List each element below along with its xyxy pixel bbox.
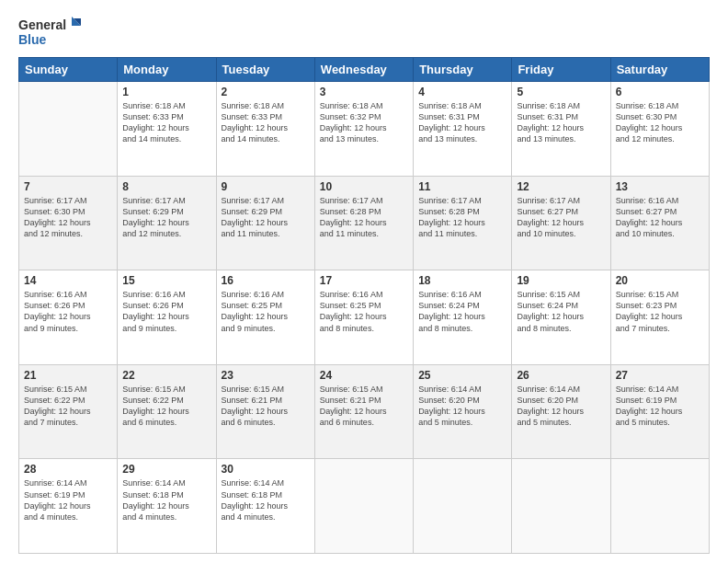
day-number: 5 [517, 86, 605, 98]
calendar-cell [414, 459, 512, 554]
cell-content: Sunrise: 6:15 AMSunset: 6:22 PMDaylight:… [122, 384, 210, 429]
calendar-week-row: 21Sunrise: 6:15 AMSunset: 6:22 PMDayligh… [19, 364, 710, 459]
weekday-header-saturday: Saturday [610, 58, 709, 82]
day-number: 3 [320, 86, 408, 98]
day-number: 28 [24, 463, 112, 476]
day-number: 9 [222, 180, 310, 193]
day-number: 21 [24, 369, 112, 382]
cell-content: Sunrise: 6:14 AMSunset: 6:19 PMDaylight:… [616, 384, 704, 429]
svg-text:General: General [18, 17, 66, 32]
weekday-header-wednesday: Wednesday [314, 58, 413, 82]
day-number: 16 [222, 274, 310, 287]
calendar-table: SundayMondayTuesdayWednesdayThursdayFrid… [18, 57, 710, 554]
day-number: 19 [517, 274, 605, 287]
cell-content: Sunrise: 6:17 AMSunset: 6:29 PMDaylight:… [222, 195, 310, 240]
calendar-cell: 20Sunrise: 6:15 AMSunset: 6:23 PMDayligh… [610, 270, 709, 365]
cell-content: Sunrise: 6:18 AMSunset: 6:33 PMDaylight:… [222, 100, 310, 145]
cell-content: Sunrise: 6:16 AMSunset: 6:26 PMDaylight:… [24, 289, 112, 334]
calendar-cell: 13Sunrise: 6:16 AMSunset: 6:27 PMDayligh… [610, 176, 709, 270]
calendar-cell: 27Sunrise: 6:14 AMSunset: 6:19 PMDayligh… [610, 364, 709, 459]
cell-content: Sunrise: 6:14 AMSunset: 6:18 PMDaylight:… [122, 477, 210, 523]
calendar-cell: 5Sunrise: 6:18 AMSunset: 6:31 PMDaylight… [512, 82, 610, 177]
day-number: 18 [418, 274, 506, 287]
calendar-cell: 2Sunrise: 6:18 AMSunset: 6:33 PMDaylight… [216, 82, 314, 177]
calendar-cell [610, 459, 709, 554]
weekday-header-tuesday: Tuesday [216, 58, 314, 82]
calendar-cell: 26Sunrise: 6:14 AMSunset: 6:20 PMDayligh… [512, 364, 610, 459]
calendar-cell: 22Sunrise: 6:15 AMSunset: 6:22 PMDayligh… [118, 364, 216, 459]
calendar-cell: 7Sunrise: 6:17 AMSunset: 6:30 PMDaylight… [19, 176, 118, 270]
cell-content: Sunrise: 6:17 AMSunset: 6:30 PMDaylight:… [24, 195, 112, 240]
cell-content: Sunrise: 6:18 AMSunset: 6:31 PMDaylight:… [517, 100, 605, 145]
calendar-week-row: 14Sunrise: 6:16 AMSunset: 6:26 PMDayligh… [19, 270, 710, 365]
day-number: 2 [222, 86, 310, 98]
calendar-cell: 10Sunrise: 6:17 AMSunset: 6:28 PMDayligh… [314, 176, 413, 270]
calendar-cell: 18Sunrise: 6:16 AMSunset: 6:24 PMDayligh… [414, 270, 512, 365]
day-number: 4 [418, 86, 506, 98]
day-number: 29 [122, 463, 210, 476]
calendar-cell: 23Sunrise: 6:15 AMSunset: 6:21 PMDayligh… [216, 364, 314, 459]
svg-text:Blue: Blue [18, 32, 47, 47]
cell-content: Sunrise: 6:18 AMSunset: 6:33 PMDaylight:… [122, 100, 210, 145]
calendar-cell: 11Sunrise: 6:17 AMSunset: 6:28 PMDayligh… [414, 176, 512, 270]
cell-content: Sunrise: 6:18 AMSunset: 6:32 PMDaylight:… [320, 100, 408, 145]
day-number: 20 [616, 274, 704, 287]
calendar-cell: 24Sunrise: 6:15 AMSunset: 6:21 PMDayligh… [314, 364, 413, 459]
calendar-week-row: 1Sunrise: 6:18 AMSunset: 6:33 PMDaylight… [19, 82, 710, 177]
cell-content: Sunrise: 6:15 AMSunset: 6:22 PMDaylight:… [24, 384, 112, 429]
day-number: 24 [320, 369, 408, 382]
calendar-cell: 30Sunrise: 6:14 AMSunset: 6:18 PMDayligh… [216, 459, 314, 554]
calendar-week-row: 7Sunrise: 6:17 AMSunset: 6:30 PMDaylight… [19, 176, 710, 270]
cell-content: Sunrise: 6:16 AMSunset: 6:24 PMDaylight:… [418, 289, 506, 334]
calendar-cell: 17Sunrise: 6:16 AMSunset: 6:25 PMDayligh… [314, 270, 413, 365]
calendar-cell: 1Sunrise: 6:18 AMSunset: 6:33 PMDaylight… [118, 82, 216, 177]
day-number: 30 [222, 463, 310, 476]
cell-content: Sunrise: 6:15 AMSunset: 6:24 PMDaylight:… [517, 289, 605, 334]
calendar-cell: 4Sunrise: 6:18 AMSunset: 6:31 PMDaylight… [414, 82, 512, 177]
calendar-week-row: 28Sunrise: 6:14 AMSunset: 6:19 PMDayligh… [19, 459, 710, 554]
logo: General Blue [18, 15, 83, 50]
calendar-cell: 29Sunrise: 6:14 AMSunset: 6:18 PMDayligh… [118, 459, 216, 554]
day-number: 6 [616, 86, 704, 98]
weekday-header-row: SundayMondayTuesdayWednesdayThursdayFrid… [19, 58, 710, 82]
weekday-header-friday: Friday [512, 58, 610, 82]
day-number: 7 [24, 180, 112, 193]
calendar-cell [314, 459, 413, 554]
calendar-cell: 16Sunrise: 6:16 AMSunset: 6:25 PMDayligh… [216, 270, 314, 365]
day-number: 23 [222, 369, 310, 382]
calendar-cell: 25Sunrise: 6:14 AMSunset: 6:20 PMDayligh… [414, 364, 512, 459]
cell-content: Sunrise: 6:17 AMSunset: 6:29 PMDaylight:… [122, 195, 210, 240]
cell-content: Sunrise: 6:17 AMSunset: 6:28 PMDaylight:… [320, 195, 408, 240]
day-number: 14 [24, 274, 112, 287]
cell-content: Sunrise: 6:18 AMSunset: 6:31 PMDaylight:… [418, 100, 506, 145]
calendar-cell: 12Sunrise: 6:17 AMSunset: 6:27 PMDayligh… [512, 176, 610, 270]
day-number: 22 [122, 369, 210, 382]
day-number: 27 [616, 369, 704, 382]
calendar-cell: 19Sunrise: 6:15 AMSunset: 6:24 PMDayligh… [512, 270, 610, 365]
cell-content: Sunrise: 6:15 AMSunset: 6:23 PMDaylight:… [616, 289, 704, 334]
weekday-header-sunday: Sunday [19, 58, 118, 82]
cell-content: Sunrise: 6:14 AMSunset: 6:20 PMDaylight:… [418, 384, 506, 429]
calendar-cell: 21Sunrise: 6:15 AMSunset: 6:22 PMDayligh… [19, 364, 118, 459]
cell-content: Sunrise: 6:15 AMSunset: 6:21 PMDaylight:… [222, 384, 310, 429]
cell-content: Sunrise: 6:16 AMSunset: 6:25 PMDaylight:… [320, 289, 408, 334]
page-header: General Blue [18, 15, 710, 50]
weekday-header-thursday: Thursday [414, 58, 512, 82]
day-number: 25 [418, 369, 506, 382]
day-number: 1 [122, 86, 210, 98]
day-number: 12 [517, 180, 605, 193]
cell-content: Sunrise: 6:17 AMSunset: 6:28 PMDaylight:… [418, 195, 506, 240]
day-number: 8 [122, 180, 210, 193]
calendar-cell: 6Sunrise: 6:18 AMSunset: 6:30 PMDaylight… [610, 82, 709, 177]
cell-content: Sunrise: 6:14 AMSunset: 6:18 PMDaylight:… [222, 477, 310, 523]
calendar-cell: 8Sunrise: 6:17 AMSunset: 6:29 PMDaylight… [118, 176, 216, 270]
day-number: 10 [320, 180, 408, 193]
calendar-cell: 9Sunrise: 6:17 AMSunset: 6:29 PMDaylight… [216, 176, 314, 270]
calendar-cell [19, 82, 118, 177]
day-number: 13 [616, 180, 704, 193]
calendar-cell: 15Sunrise: 6:16 AMSunset: 6:26 PMDayligh… [118, 270, 216, 365]
day-number: 26 [517, 369, 605, 382]
cell-content: Sunrise: 6:14 AMSunset: 6:20 PMDaylight:… [517, 384, 605, 429]
cell-content: Sunrise: 6:14 AMSunset: 6:19 PMDaylight:… [24, 477, 112, 523]
cell-content: Sunrise: 6:16 AMSunset: 6:27 PMDaylight:… [616, 195, 704, 240]
